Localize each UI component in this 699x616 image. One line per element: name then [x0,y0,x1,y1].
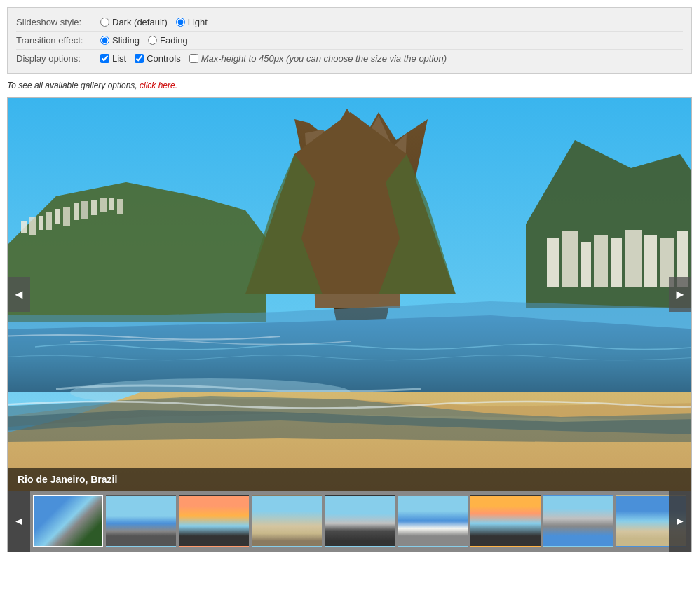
thumbnail-strip: ◄ ► [8,491,691,552]
maxheight-checkbox-text: Max-height to 450px (you can choose the … [201,53,447,64]
svg-rect-8 [46,212,52,230]
click-here-link[interactable]: click here. [140,81,177,90]
gallery-container: ◄ ► Rio de Janeiro, Brazil ◄ ► [7,97,692,552]
display-label: Display options: [16,53,100,64]
svg-rect-10 [63,207,70,226]
display-options-row: Display options: List Controls Max-heigh… [16,50,683,67]
svg-rect-24 [581,242,591,287]
fading-radio[interactable] [148,36,157,45]
maxheight-checkbox-label[interactable]: Max-height to 450px (you can choose the … [189,53,447,64]
svg-rect-26 [611,238,622,287]
caption-text: Rio de Janeiro, Brazil [18,474,117,485]
hint-text: To see all available gallery options, cl… [7,81,692,90]
next-button[interactable]: ► [669,277,691,312]
main-image-area: ◄ ► Rio de Janeiro, Brazil [8,98,691,491]
svg-rect-14 [100,198,107,212]
hint-static: To see all available gallery options, [7,81,140,90]
main-image-svg [8,98,691,491]
svg-rect-28 [644,235,657,287]
thumbnail-1[interactable] [33,495,103,547]
svg-rect-9 [55,209,60,224]
thumbnail-4[interactable] [252,495,322,547]
light-radio-text: Light [188,17,208,27]
svg-rect-12 [81,201,88,219]
thumbnail-6[interactable] [398,495,468,547]
caption-bar: Rio de Janeiro, Brazil [8,468,691,491]
prev-button[interactable]: ◄ [8,277,30,312]
fading-radio-text: Fading [160,35,188,46]
light-radio-label[interactable]: Light [176,17,208,27]
thumb-prev-icon: ◄ [13,515,25,528]
slideshow-style-row: Slideshow style: Dark (default) Light [16,13,683,32]
slideshow-style-label: Slideshow style: [16,17,100,27]
controls-checkbox-label[interactable]: Controls [135,53,180,64]
svg-rect-6 [29,217,36,235]
thumb-prev-button[interactable]: ◄ [8,491,30,552]
options-panel: Slideshow style: Dark (default) Light Tr… [7,7,692,74]
sliding-radio-text: Sliding [112,35,140,46]
svg-rect-16 [117,199,123,214]
svg-rect-15 [109,198,114,210]
thumbnail-8[interactable] [543,495,613,547]
light-radio[interactable] [176,18,185,27]
thumbnail-3[interactable] [179,495,249,547]
thumbnail-7[interactable] [470,495,541,547]
transition-controls: Sliding Fading [100,35,188,46]
list-checkbox[interactable] [100,54,109,63]
next-icon: ► [674,287,686,302]
dark-radio-label[interactable]: Dark (default) [100,17,168,27]
sliding-radio[interactable] [100,36,109,45]
controls-checkbox[interactable] [135,54,144,63]
prev-icon: ◄ [13,287,25,302]
svg-rect-25 [594,235,608,287]
sliding-radio-label[interactable]: Sliding [100,35,140,46]
svg-rect-22 [547,238,559,287]
transition-effect-row: Transition effect: Sliding Fading [16,32,683,50]
thumb-next-button[interactable]: ► [669,491,691,552]
svg-rect-27 [625,230,642,287]
display-controls: List Controls Max-height to 450px (you c… [100,53,447,64]
transition-label: Transition effect: [16,35,100,46]
dark-radio-text: Dark (default) [112,17,168,27]
svg-rect-13 [91,200,97,215]
list-checkbox-label[interactable]: List [100,53,126,64]
svg-rect-23 [562,231,578,287]
thumb-next-icon: ► [674,515,686,528]
thumbnail-2[interactable] [106,495,176,547]
svg-rect-5 [21,221,27,233]
dark-radio[interactable] [100,18,109,27]
svg-rect-11 [74,203,79,220]
fading-radio-label[interactable]: Fading [148,35,188,46]
thumbnail-5[interactable] [325,495,395,547]
maxheight-checkbox[interactable] [189,54,198,63]
list-checkbox-text: List [112,53,126,64]
slideshow-style-controls: Dark (default) Light [100,17,208,27]
svg-rect-7 [39,216,43,230]
controls-checkbox-text: Controls [147,53,180,64]
